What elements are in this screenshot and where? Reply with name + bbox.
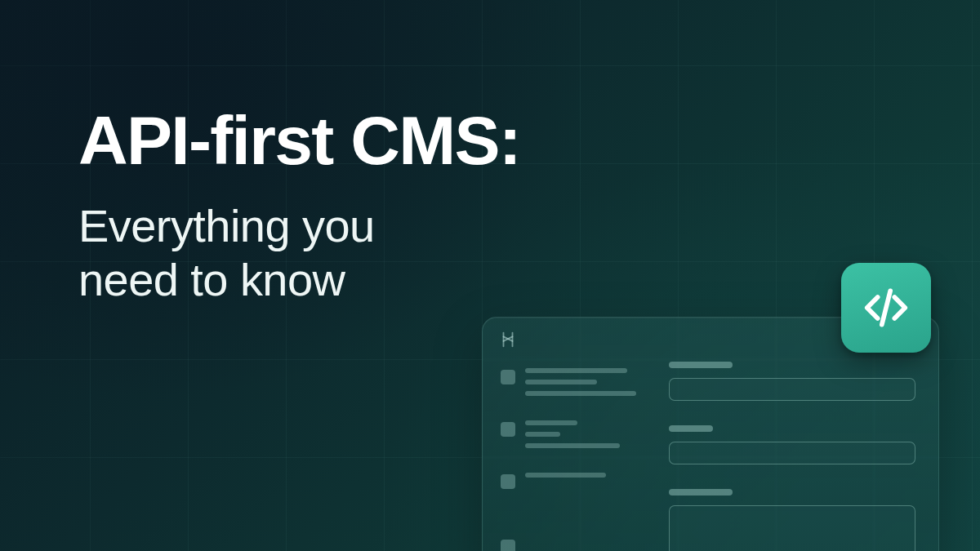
placeholder-icon <box>501 370 515 384</box>
hero-text: API-first CMS: Everything you need to kn… <box>78 104 520 307</box>
illustration-field <box>669 489 915 551</box>
illustration-nav-item <box>501 420 641 448</box>
hero-subtitle-line1: Everything you <box>78 200 375 251</box>
illustration-sidebar <box>501 368 641 551</box>
svg-line-0 <box>882 291 890 324</box>
hero-subtitle-line2: need to know <box>78 254 345 305</box>
hero-subtitle: Everything you need to know <box>78 199 520 307</box>
illustration-form <box>669 362 915 551</box>
hygraph-logo-icon <box>499 331 517 349</box>
illustration-field <box>669 362 915 401</box>
placeholder-icon <box>501 540 515 551</box>
illustration-nav-item <box>501 538 641 551</box>
illustration-field <box>669 425 915 464</box>
placeholder-icon <box>501 422 515 437</box>
illustration-nav-item <box>501 473 641 489</box>
hero-title: API-first CMS: <box>78 104 520 176</box>
code-badge <box>841 263 931 353</box>
illustration-nav-item <box>501 368 641 396</box>
placeholder-icon <box>501 474 515 489</box>
code-icon <box>861 282 911 333</box>
